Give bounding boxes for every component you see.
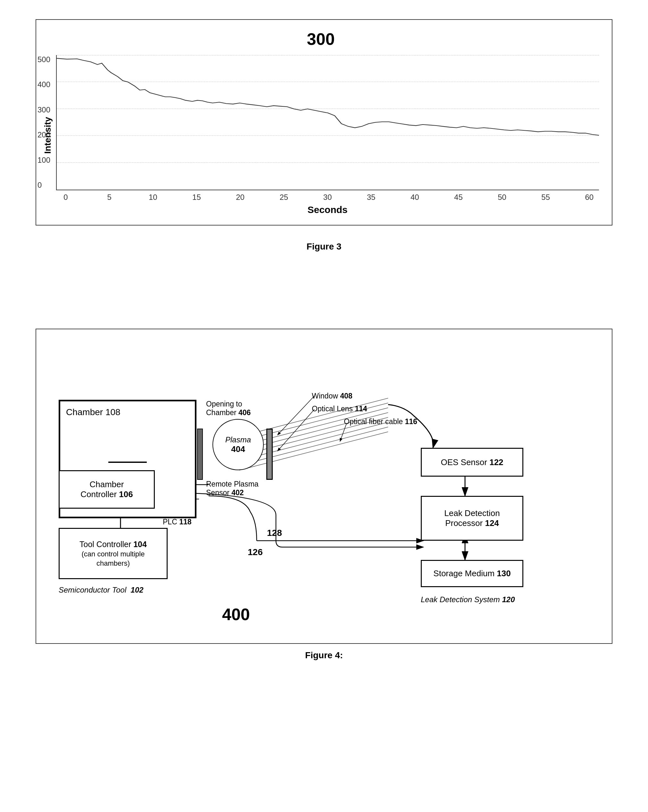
figure4-caption: Figure 4:: [35, 650, 613, 661]
annotation-optical-lens: Optical Lens 114: [312, 404, 367, 413]
x-tick-30: 30: [318, 193, 337, 202]
semiconductor-tool-label: Semiconductor Tool 102: [59, 586, 144, 595]
x-axis-title: Seconds: [56, 205, 599, 215]
y-tick-500: 500: [38, 55, 50, 64]
svg-line-19: [278, 396, 314, 435]
leak-detection-box: Leak DetectionProcessor 124: [421, 496, 523, 541]
svg-line-20: [278, 409, 314, 451]
x-tick-10: 10: [143, 193, 162, 202]
chamber-label: Chamber 108: [66, 407, 121, 417]
leak-detection-label: Leak DetectionProcessor 124: [444, 508, 500, 528]
x-tick-25: 25: [274, 193, 293, 202]
y-tick-0: 0: [38, 181, 50, 189]
oes-sensor-label: OES Sensor 122: [441, 458, 503, 467]
oes-sensor-box: OES Sensor 122: [421, 448, 523, 477]
chart-svg: [57, 55, 599, 189]
plasma-number: 404: [231, 444, 245, 454]
x-tick-20: 20: [231, 193, 250, 202]
annotation-optical-fiber: Optical fiber cable 116: [344, 417, 417, 426]
page-container: 300 Intensity 0 100 200 300 400 500: [0, 0, 648, 812]
y-tick-100: 100: [38, 156, 50, 165]
x-tick-55: 55: [536, 193, 555, 202]
chamber-controller-box: ChamberController 106: [59, 470, 155, 509]
x-tick-60: 60: [580, 193, 599, 202]
annotation-opening: Opening toChamber 406: [206, 400, 251, 417]
y-tick-300: 300: [38, 105, 50, 114]
x-tick-35: 35: [362, 193, 381, 202]
x-tick-15: 15: [187, 193, 206, 202]
figure4-number: 400: [222, 605, 250, 624]
chamber-controller-label: ChamberController 106: [81, 479, 133, 499]
figure4-container: Chamber 108 Plasma 404 Chamber: [35, 329, 613, 644]
x-tick-5: 5: [100, 193, 119, 202]
window-rect: [266, 429, 273, 480]
chart-plot-area: 0 100 200 300 400 500: [56, 55, 599, 190]
figure3-caption: Figure 3: [307, 241, 342, 252]
storage-medium-label: Storage Medium 130: [433, 569, 510, 578]
annotation-126: 126: [248, 547, 263, 557]
x-tick-0: 0: [56, 193, 75, 202]
storage-medium-box: Storage Medium 130: [421, 560, 523, 587]
diagram-area: Chamber 108 Plasma 404 Chamber: [49, 342, 599, 630]
annotation-remote-plasma: Remote PlasmaSensor 402: [206, 480, 258, 497]
tool-controller-label: Tool Controller 104 (can control multipl…: [79, 540, 147, 568]
x-axis-labels: 0 5 10 15 20 25 30 35 40 45 50 55 60: [56, 190, 599, 202]
x-tick-40: 40: [405, 193, 424, 202]
x-tick-50: 50: [492, 193, 512, 202]
plasma-label: Plasma: [225, 435, 251, 444]
annotation-window: Window 408: [312, 392, 353, 400]
chart-area: Intensity 0 100 200 300 400 500: [43, 55, 599, 215]
leak-detection-system-label: Leak Detection System 120: [421, 595, 515, 604]
figure3-container: 300 Intensity 0 100 200 300 400 500: [35, 19, 613, 226]
tool-controller-box: Tool Controller 104 (can control multipl…: [59, 528, 168, 579]
plasma-oval: Plasma 404: [212, 419, 264, 470]
opening-box: [197, 429, 203, 480]
annotation-128: 128: [267, 528, 282, 538]
x-tick-45: 45: [449, 193, 468, 202]
annotation-plc: PLC 118: [163, 517, 192, 526]
y-tick-400: 400: [38, 80, 50, 89]
svg-line-21: [340, 424, 347, 441]
chart-title: 300: [43, 29, 599, 49]
y-tick-200: 200: [38, 130, 50, 139]
